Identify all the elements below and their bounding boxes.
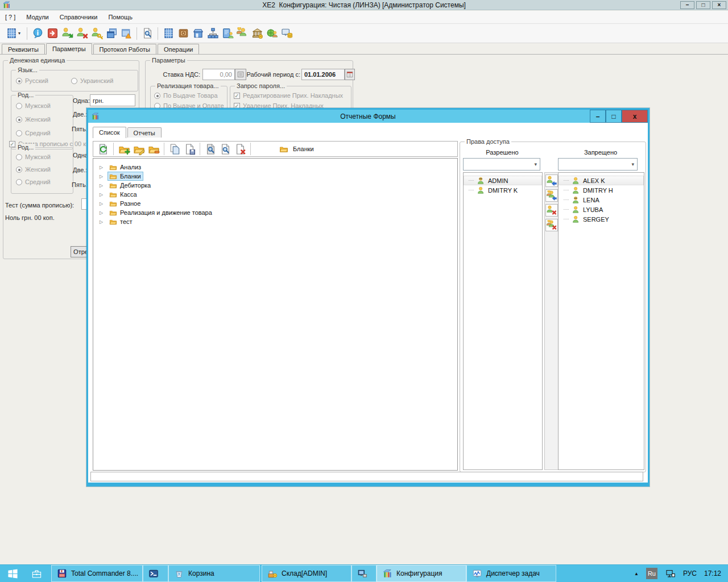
toolbar-button-user-delete[interactable] bbox=[75, 26, 89, 41]
one-input[interactable]: грн. bbox=[90, 94, 135, 106]
tree-item[interactable]: ▷Бланки bbox=[93, 172, 457, 181]
radio-icon bbox=[16, 179, 22, 185]
dialog-tab-Отчеты[interactable]: Отчеты bbox=[127, 127, 162, 138]
language-badge[interactable]: Ru bbox=[646, 568, 657, 579]
one-label: Одна: bbox=[73, 97, 90, 104]
toolbar-separator bbox=[113, 143, 114, 155]
tab-Параметры[interactable]: Параметры bbox=[46, 43, 92, 55]
tree-item[interactable]: ▷Дебиторка bbox=[93, 181, 457, 190]
transfer-button-users-arrow-left[interactable] bbox=[545, 189, 558, 202]
toolbar-button-bank-coins[interactable] bbox=[250, 26, 264, 41]
taskbar-button-Корзина[interactable]: Корзина bbox=[168, 565, 260, 582]
user-row-LYUBA[interactable]: LYUBA bbox=[559, 205, 644, 214]
toolbar-button-safe[interactable] bbox=[176, 26, 191, 41]
period-calendar-button[interactable] bbox=[345, 69, 355, 80]
denied-users-list[interactable]: ALEX KDMITRY HLENALYUBASERGEY bbox=[558, 172, 644, 470]
toolbar-button-user-key[interactable] bbox=[89, 26, 104, 41]
denied-dropdown[interactable] bbox=[558, 158, 638, 171]
menu-item-directories[interactable]: Справочники bbox=[60, 14, 98, 20]
expand-arrow-icon[interactable]: ▷ bbox=[100, 210, 106, 215]
clock[interactable]: 17:12 bbox=[704, 569, 721, 577]
toolbar-button-user-globe[interactable] bbox=[264, 26, 279, 41]
dialog-maximize-button[interactable]: □ bbox=[606, 110, 622, 123]
toolbar-button-network-tree[interactable] bbox=[205, 26, 220, 41]
user-row-LENA[interactable]: LENA bbox=[559, 195, 644, 205]
dialog-toolbar-button-doc-delete[interactable] bbox=[233, 142, 247, 156]
taskbar-button-Склад[ADMIN][interactable]: Склад[ADMIN] bbox=[262, 565, 351, 582]
report-folders-tree[interactable]: ▷Анализ▷Бланки▷Дебиторка▷Касса▷Разное▷Ре… bbox=[93, 158, 458, 471]
expand-arrow-icon[interactable]: ▷ bbox=[100, 165, 106, 170]
transfer-button-user-arrow-left[interactable] bbox=[545, 174, 558, 187]
expand-arrow-icon[interactable]: ▷ bbox=[100, 183, 106, 188]
expand-arrow-icon[interactable]: ▷ bbox=[100, 192, 106, 197]
expand-arrow-icon[interactable]: ▷ bbox=[100, 219, 106, 225]
tab-Протокол Работы[interactable]: Протокол Работы bbox=[93, 44, 156, 54]
transfer-button-users-remove[interactable] bbox=[545, 219, 558, 231]
toolbar-button-window-alert[interactable] bbox=[119, 26, 134, 41]
menu-item-help-q[interactable]: [ ? ] bbox=[5, 14, 15, 20]
user-row-ADMIN[interactable]: ADMIN bbox=[464, 176, 542, 185]
tree-item[interactable]: ▷Реализация и движение товара bbox=[93, 208, 457, 217]
toolbar-button-exit-red[interactable] bbox=[45, 26, 60, 41]
toolbar-button-windows-cascade[interactable] bbox=[104, 26, 119, 41]
transfer-button-user-remove[interactable] bbox=[545, 204, 558, 217]
menu-item-help[interactable]: Помощь bbox=[108, 14, 133, 20]
toolbar-button-shop[interactable] bbox=[191, 26, 205, 41]
dialog-toolbar-button-folder-add[interactable] bbox=[117, 142, 131, 156]
tray-expand-button[interactable]: ▲ bbox=[634, 571, 639, 576]
dialog-toolbar-button-doc-copy[interactable] bbox=[167, 142, 182, 156]
dialog-toolbar-button-folder-edit[interactable] bbox=[131, 142, 146, 156]
tree-connector bbox=[469, 190, 474, 190]
start-button[interactable] bbox=[0, 565, 25, 582]
tree-item[interactable]: ▷Касса bbox=[93, 190, 457, 199]
close-button[interactable]: × bbox=[712, 1, 726, 9]
user-row-DMITRY K[interactable]: DMITRY K bbox=[464, 185, 542, 195]
taskbar-button-network-pc[interactable] bbox=[351, 565, 377, 582]
toolbar-button-money-screen[interactable] bbox=[279, 26, 294, 41]
sync-doc-icon bbox=[97, 143, 109, 155]
expand-arrow-icon[interactable]: ▷ bbox=[100, 174, 106, 179]
toolbar-button-building[interactable] bbox=[161, 26, 176, 41]
tab-Операции[interactable]: Операции bbox=[158, 44, 199, 54]
dialog-toolbar-button-doc-preview[interactable] bbox=[218, 142, 233, 156]
dialog-toolbar-button-folder-remove[interactable] bbox=[146, 142, 161, 156]
network-tray-icon[interactable] bbox=[665, 568, 676, 579]
tree-item-label: Разное bbox=[120, 200, 140, 207]
dropdown-arrow-icon[interactable]: ▾ bbox=[18, 31, 20, 36]
user-row-ALEX K[interactable]: ALEX K bbox=[559, 176, 644, 185]
radio-icon bbox=[16, 117, 22, 123]
dialog-minimize-button[interactable]: – bbox=[590, 110, 606, 123]
taskbar-button-Конфигурация[interactable]: Конфигурация bbox=[377, 565, 466, 582]
tree-item-box: Реализация и движение товара bbox=[107, 208, 214, 217]
user-row-DMITRY H[interactable]: DMITRY H bbox=[559, 185, 644, 195]
expand-arrow-icon[interactable]: ▷ bbox=[100, 201, 106, 206]
toolbar-button-info-bubble[interactable] bbox=[30, 26, 45, 41]
dialog-toolbar-button-doc-save[interactable] bbox=[182, 142, 197, 156]
toolbar-button-user-login[interactable] bbox=[60, 26, 75, 41]
server-manager-button[interactable] bbox=[25, 565, 48, 582]
allowed-users-list[interactable]: ADMINDMITRY K bbox=[463, 172, 543, 470]
taskbar-button-Диспетчер задач[interactable]: Диспетчер задач bbox=[466, 565, 556, 582]
maximize-button[interactable]: □ bbox=[696, 1, 710, 9]
menu-item-modules[interactable]: Модули bbox=[26, 14, 48, 20]
tree-item[interactable]: ▷Анализ bbox=[93, 163, 457, 172]
taskbar-button-powershell[interactable] bbox=[143, 565, 168, 582]
taskbar-button-Total Commander 8....[interactable]: Total Commander 8.... bbox=[51, 565, 143, 582]
info-bubble-icon bbox=[32, 27, 44, 39]
tab-Реквизиты[interactable]: Реквизиты bbox=[2, 44, 45, 54]
keyboard-layout[interactable]: РУС bbox=[683, 569, 697, 577]
user-row-SERGEY[interactable]: SERGEY bbox=[559, 214, 644, 224]
tree-item[interactable]: ▷тест bbox=[93, 217, 457, 226]
tree-item[interactable]: ▷Разное bbox=[93, 199, 457, 208]
minimize-button[interactable]: – bbox=[680, 1, 694, 9]
dialog-toolbar-button-sync-doc[interactable] bbox=[96, 142, 110, 156]
allowed-dropdown[interactable] bbox=[463, 158, 540, 171]
toolbar-button-contacts-book[interactable] bbox=[220, 26, 235, 41]
dialog-tab-Список[interactable]: Список bbox=[93, 127, 126, 138]
dialog-close-button[interactable]: x bbox=[622, 110, 648, 123]
toolbar-button-doc-search[interactable] bbox=[140, 26, 155, 41]
toolbar-button-users-group[interactable] bbox=[235, 26, 250, 41]
dialog-toolbar-button-print-preview[interactable] bbox=[203, 142, 218, 156]
tree-item-label: Анализ bbox=[120, 164, 141, 171]
toolbar-button-modules-building[interactable]: ▾ bbox=[2, 26, 24, 41]
